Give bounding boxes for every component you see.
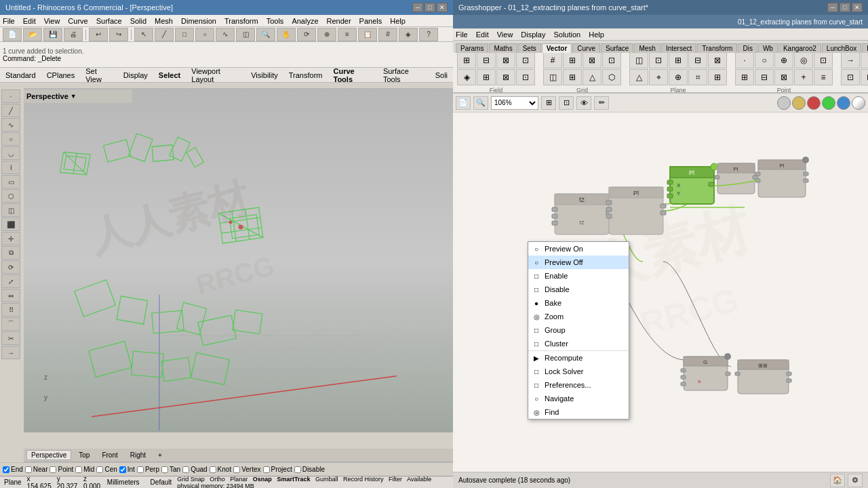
gh-point-icon2[interactable]: ○ <box>755 53 774 68</box>
gh-vector-icon2[interactable]: ↑ <box>861 53 868 68</box>
gh-tab-surface[interactable]: Surface <box>601 43 633 53</box>
surface-button[interactable]: ◫ <box>236 28 255 41</box>
snap-project[interactable]: Project <box>263 466 292 473</box>
menu-mesh[interactable]: Mesh <box>155 17 173 25</box>
rect-tool[interactable]: ▭ <box>1 175 20 188</box>
line-button[interactable]: ╱ <box>155 28 174 41</box>
ribbon-display[interactable]: Display <box>121 70 151 80</box>
gh-menu-view[interactable]: View <box>497 30 513 39</box>
ctx-preview-off[interactable]: ○ Preview Off <box>528 256 629 269</box>
menu-panels[interactable]: Panels <box>359 17 382 25</box>
menu-analyze[interactable]: Analyze <box>292 17 318 25</box>
viewport-tab-add[interactable]: + <box>153 450 167 460</box>
menu-render[interactable]: Render <box>327 17 351 25</box>
gh-field-icon3[interactable]: ⊠ <box>496 53 515 68</box>
snap-vertex[interactable]: Vertex <box>233 466 260 473</box>
scale-tool[interactable]: ⤢ <box>1 274 20 288</box>
ribbon-select[interactable]: Select <box>156 70 183 80</box>
ctx-recompute[interactable]: ▶ Recompute <box>528 350 629 365</box>
ribbon-solid[interactable]: Soli <box>433 70 450 80</box>
curve-button[interactable]: ∿ <box>216 28 235 41</box>
gh-vector-icon8[interactable]: ⊡ <box>841 69 860 85</box>
ribbon-cplanes[interactable]: CPlanes <box>44 70 78 80</box>
color-sphere-gold[interactable] <box>792 96 806 110</box>
help-button[interactable]: ? <box>419 28 438 41</box>
menu-solid[interactable]: Solid <box>130 17 146 25</box>
snap-int[interactable]: Int <box>119 466 135 473</box>
gh-plane-icon5[interactable]: ⊠ <box>708 53 727 68</box>
ctx-disable[interactable]: □ Disable <box>528 283 629 296</box>
gh-tab-intersect[interactable]: Intersect <box>661 43 696 53</box>
ctx-preferences[interactable]: □ Preferences... <box>528 378 629 392</box>
gh-nav-icon4[interactable]: 👁 <box>576 96 591 110</box>
menu-curve[interactable]: Curve <box>68 17 87 25</box>
snap-tan[interactable]: Tan <box>161 466 180 473</box>
gh-tab-maths[interactable]: Maths <box>489 43 517 53</box>
select-button[interactable]: ↖ <box>134 28 153 41</box>
snap-quad[interactable]: Quad <box>182 466 207 473</box>
gh-plane-icon8[interactable]: ⊕ <box>669 69 688 85</box>
rotate-tool[interactable]: ⟳ <box>1 260 20 274</box>
ribbon-transform[interactable]: Transform <box>286 70 326 80</box>
surface-from-curves[interactable]: ◫ <box>1 203 20 217</box>
line-tool[interactable]: ╱ <box>1 104 20 117</box>
circle-tool[interactable]: ○ <box>1 132 20 146</box>
gh-plane-icon10[interactable]: ⊞ <box>708 69 727 85</box>
gh-menu-help[interactable]: Help <box>589 30 604 39</box>
gh-grid-icon7[interactable]: △ <box>583 69 601 85</box>
gh-tab-sets[interactable]: Sets <box>518 43 541 53</box>
snap-knot[interactable]: Knot <box>210 466 232 473</box>
ribbon-viewport-layout[interactable]: Viewport Layout <box>189 66 243 84</box>
viewport-tab-front[interactable]: Front <box>97 450 122 460</box>
viewport-tab-top[interactable]: Top <box>74 450 94 460</box>
snap-mid[interactable]: Mid <box>75 466 94 473</box>
extrude-tool[interactable]: ⬛ <box>1 218 20 231</box>
polygon-tool[interactable]: ⬡ <box>1 189 20 203</box>
menu-edit[interactable]: Edit <box>23 17 36 25</box>
gh-plane-icon2[interactable]: ⊡ <box>649 53 668 68</box>
fillet-tool[interactable]: ⌒ <box>1 317 20 331</box>
menu-dimension[interactable]: Dimension <box>181 17 216 25</box>
layer-button[interactable]: ≡ <box>338 28 357 41</box>
color-sphere-red[interactable] <box>807 96 821 110</box>
polyline-tool[interactable]: ⌇ <box>1 161 20 174</box>
menu-tools[interactable]: Tools <box>267 17 284 25</box>
gh-grid-icon3[interactable]: ⊠ <box>583 53 601 68</box>
gh-vector-icon1[interactable]: → <box>841 53 860 68</box>
redo-button[interactable]: ↪ <box>109 28 128 41</box>
gh-maximize-button[interactable]: □ <box>840 3 850 12</box>
gh-menu-display[interactable]: Display <box>521 30 545 39</box>
array-tool[interactable]: ⠿ <box>1 303 20 317</box>
new-file-button[interactable]: 📄 <box>3 28 22 41</box>
gh-grid-icon2[interactable]: ⊞ <box>563 53 582 68</box>
gh-tab-vector[interactable]: Vector <box>542 43 572 53</box>
gh-point-icon3[interactable]: ⊕ <box>774 53 793 68</box>
gh-plane-icon1[interactable]: ◫ <box>629 53 648 68</box>
ctx-bake[interactable]: ● Bake <box>528 296 629 310</box>
gh-tab-mesh[interactable]: Mesh <box>634 43 660 53</box>
ribbon-standard[interactable]: Standard <box>3 70 39 80</box>
gh-plane-icon6[interactable]: △ <box>629 69 648 85</box>
gh-point-icon5[interactable]: ⊡ <box>814 53 833 68</box>
color-sphere-gray[interactable] <box>777 96 791 110</box>
color-sphere-blue[interactable] <box>837 96 850 110</box>
gh-tab-wb[interactable]: Wb <box>758 43 778 53</box>
ribbon-curve-tools[interactable]: Curve Tools <box>330 66 374 84</box>
gh-nav-icon2[interactable]: 🔍 <box>473 96 488 110</box>
gh-canvas[interactable]: 人人素材 RRCG <box>453 113 868 472</box>
color-sphere-white[interactable] <box>852 96 865 110</box>
gh-grid-icon5[interactable]: ◫ <box>543 69 562 85</box>
gh-field-icon6[interactable]: ⊞ <box>477 69 496 85</box>
ctx-cluster[interactable]: □ Cluster <box>528 337 629 350</box>
menu-transform[interactable]: Transform <box>224 17 258 25</box>
gh-menu-file[interactable]: File <box>456 30 468 39</box>
gh-plane-icon3[interactable]: ⊞ <box>669 53 688 68</box>
gh-field-icon2[interactable]: ⊟ <box>477 53 496 68</box>
snap-near[interactable]: Near <box>25 466 48 473</box>
gh-close-button[interactable]: ✕ <box>852 3 863 12</box>
properties-button[interactable]: 📋 <box>358 28 377 41</box>
gh-nav-zoom-fit[interactable]: ⊡ <box>559 96 574 110</box>
viewport-tab-perspective[interactable]: Perspective <box>26 450 71 460</box>
arc-tool[interactable]: ◡ <box>1 146 20 160</box>
open-button[interactable]: 📂 <box>23 28 42 41</box>
